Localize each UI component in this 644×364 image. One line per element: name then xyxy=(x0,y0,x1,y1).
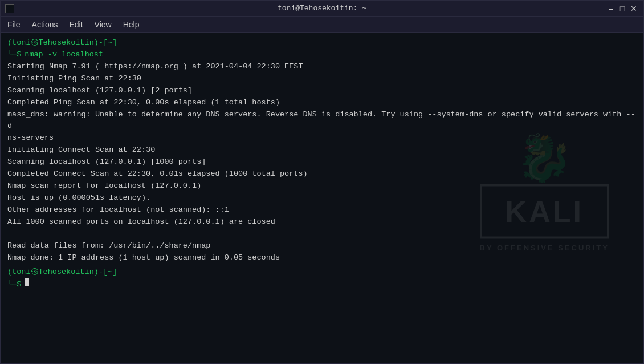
maximize-button[interactable]: □ xyxy=(617,3,627,14)
prompt-path-2: -[~] xyxy=(99,266,117,278)
menu-bar: File Actions Edit View Help xyxy=(1,17,643,33)
title-bar-left xyxy=(5,4,14,13)
output-line-6: Initiating Connect Scan at 22:30 xyxy=(7,144,637,156)
prompt-dollar-2: └─$ xyxy=(7,279,21,291)
menu-help[interactable]: Help xyxy=(119,18,144,31)
prompt-command-1: nmap -v localhost xyxy=(25,49,103,61)
terminal-area[interactable]: 🐉 KALI BY OFFENSIVE SECURITY (toni㉿Tehos… xyxy=(1,33,643,363)
prompt-cmd-line-1: └─$ nmap -v localhost xyxy=(7,49,637,61)
prompt-close-paren-2: ) xyxy=(94,266,99,278)
window-icon xyxy=(5,4,14,13)
output-line-3: Scanning localhost (127.0.0.1) [2 ports] xyxy=(7,85,637,97)
minimize-button[interactable]: – xyxy=(606,3,616,14)
output-line-8: Completed Connect Scan at 22:30, 0.01s e… xyxy=(7,168,637,180)
output-line-11: Other addresses for localhost (not scann… xyxy=(7,204,637,216)
prompt-open-paren-2: ( xyxy=(7,266,12,278)
prompt-close-paren-1: ) xyxy=(94,37,99,49)
output-line-4: Completed Ping Scan at 22:30, 0.00s elap… xyxy=(7,97,637,109)
prompt-at-1: ㉿ xyxy=(31,37,39,49)
close-button[interactable]: ✕ xyxy=(629,3,639,14)
window-title: toni@Tehosekoitin: ~ xyxy=(278,4,366,13)
output-line-1: Starting Nmap 7.91 ( https://nmap.org ) … xyxy=(7,61,637,73)
output-line-13: Read data files from: /usr/bin/../share/… xyxy=(7,240,637,252)
output-line-7: Scanning localhost (127.0.0.1) [1000 por… xyxy=(7,156,637,168)
output-line-12: All 1000 scanned ports on localhost (127… xyxy=(7,216,637,228)
terminal-window: toni@Tehosekoitin: ~ – □ ✕ File Actions … xyxy=(0,0,644,364)
cursor xyxy=(25,278,29,286)
prompt-path-1: -[~] xyxy=(99,37,117,49)
output-line-2: Initiating Ping Scan at 22:30 xyxy=(7,73,637,85)
title-bar-controls: – □ ✕ xyxy=(606,3,639,14)
output-line-10: Host is up (0.000051s latency). xyxy=(7,192,637,204)
terminal-content: (toni㉿Tehosekoitin)-[~] └─$ nmap -v loca… xyxy=(7,37,637,291)
prompt-at-2: ㉿ xyxy=(31,266,39,278)
prompt-cmd-line-2: └─$ xyxy=(7,278,637,291)
prompt-host-1: Tehosekoitin xyxy=(39,37,94,49)
menu-edit[interactable]: Edit xyxy=(64,18,87,31)
menu-file[interactable]: File xyxy=(3,18,25,31)
title-bar: toni@Tehosekoitin: ~ – □ ✕ xyxy=(1,1,643,17)
prompt-line-1: (toni㉿Tehosekoitin)-[~] xyxy=(7,37,637,49)
output-line-5: mass_dns: warning: Unable to determine a… xyxy=(7,109,637,145)
prompt-host-2: Tehosekoitin xyxy=(39,266,94,278)
output-line-9: Nmap scan report for localhost (127.0.0.… xyxy=(7,180,637,192)
output-line-14: Nmap done: 1 IP address (1 host up) scan… xyxy=(7,252,637,264)
prompt-user-1: toni xyxy=(12,37,30,49)
menu-actions[interactable]: Actions xyxy=(27,18,63,31)
output-line-blank xyxy=(7,228,637,240)
prompt-user-2: toni xyxy=(12,266,30,278)
prompt-dollar-1: └─$ xyxy=(7,49,21,61)
prompt-open-paren-1: ( xyxy=(7,37,12,49)
menu-view[interactable]: View xyxy=(90,18,116,31)
prompt-line-2: (toni㉿Tehosekoitin)-[~] xyxy=(7,266,637,278)
